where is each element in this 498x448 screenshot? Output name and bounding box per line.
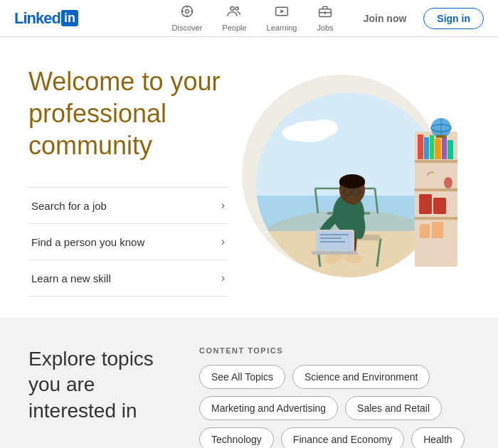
svg-point-1 — [185, 10, 189, 14]
logo-text: Linked — [14, 9, 60, 28]
hero-link-skill-label: Learn a new skill — [31, 272, 111, 284]
svg-rect-62 — [420, 224, 430, 238]
logo-in: in — [61, 10, 78, 26]
nav-jobs[interactable]: Jobs — [309, 1, 340, 35]
chevron-icon-skill: › — [221, 272, 225, 284]
chevron-icon-job: › — [221, 199, 225, 212]
logo[interactable]: Linkedin — [14, 9, 78, 28]
svg-point-64 — [444, 177, 452, 188]
topic-tag-5[interactable]: Finance and Economy — [281, 427, 404, 448]
svg-rect-61 — [433, 198, 446, 214]
svg-rect-52 — [435, 139, 441, 159]
nav-learning-label: Learning — [267, 23, 297, 32]
svg-rect-50 — [424, 137, 429, 159]
svg-rect-51 — [430, 135, 434, 159]
topics-label: CONTENT TOPICS — [199, 346, 470, 355]
topic-tag-4[interactable]: Technology — [199, 427, 274, 448]
svg-marker-9 — [280, 10, 284, 14]
topics-inner: Explore topics you are interested in CON… — [28, 346, 470, 448]
topic-tag-3[interactable]: Sales and Retail — [345, 396, 442, 420]
svg-point-6 — [231, 6, 234, 10]
hero-title: Welcome to your professional community — [28, 65, 228, 161]
hero-link-person-label: Find a person you know — [31, 236, 144, 248]
see-all-topics-tag[interactable]: See All Topics — [199, 365, 285, 389]
topics-tags: See All TopicsScience and EnvironmentMar… — [199, 365, 470, 448]
topic-tag-1[interactable]: Science and Environment — [292, 365, 430, 389]
topic-tag-2[interactable]: Marketing and Advertising — [199, 396, 338, 420]
svg-point-44 — [349, 198, 359, 205]
people-icon — [227, 4, 241, 22]
hero-link-person[interactable]: Find a person you know › — [28, 223, 228, 260]
svg-point-18 — [309, 119, 338, 137]
hero-content: Welcome to your professional community S… — [28, 65, 228, 297]
hero-svg — [238, 75, 466, 288]
nav-jobs-label: Jobs — [317, 23, 333, 32]
header-actions: Join now Sign in — [355, 8, 484, 29]
learning-icon — [275, 4, 289, 22]
hero-illustration — [228, 68, 477, 295]
jobs-icon — [318, 4, 332, 22]
hero-link-job[interactable]: Search for a job › — [28, 187, 228, 223]
svg-point-19 — [282, 125, 308, 141]
nav-discover-label: Discover — [172, 23, 203, 32]
join-now-button[interactable]: Join now — [355, 9, 415, 28]
nav-discover[interactable]: Discover — [165, 1, 210, 35]
svg-rect-48 — [415, 217, 457, 220]
sign-in-button[interactable]: Sign in — [423, 8, 484, 29]
discover-icon — [180, 4, 194, 22]
hero-links: Search for a job › Find a person you kno… — [28, 187, 228, 297]
hero-section: Welcome to your professional community S… — [0, 37, 498, 318]
svg-rect-40 — [339, 180, 365, 186]
svg-rect-54 — [447, 140, 453, 159]
svg-rect-53 — [442, 137, 447, 159]
hero-link-skill[interactable]: Learn a new skill › — [28, 260, 228, 297]
topics-content: CONTENT TOPICS See All TopicsScience and… — [199, 346, 470, 448]
topic-tag-6[interactable]: Health — [411, 427, 464, 448]
svg-rect-63 — [432, 222, 443, 238]
svg-point-7 — [236, 7, 239, 10]
header: Linkedin Discover People — [0, 0, 498, 37]
svg-rect-46 — [415, 160, 457, 163]
nav-people-label: People — [222, 23, 246, 32]
topics-section-title: Explore topics you are interested in — [28, 346, 171, 448]
svg-rect-60 — [419, 194, 432, 214]
svg-rect-49 — [418, 134, 423, 159]
svg-rect-37 — [312, 251, 358, 255]
nav-people[interactable]: People — [215, 1, 253, 35]
svg-point-59 — [421, 176, 433, 184]
hero-link-job-label: Search for a job — [31, 200, 107, 212]
chevron-icon-person: › — [221, 235, 225, 248]
main-nav: Discover People Learning — [165, 1, 341, 35]
svg-rect-47 — [415, 188, 457, 191]
topics-section: Explore topics you are interested in CON… — [0, 318, 498, 448]
svg-rect-58 — [436, 135, 446, 138]
nav-learning[interactable]: Learning — [260, 1, 304, 35]
